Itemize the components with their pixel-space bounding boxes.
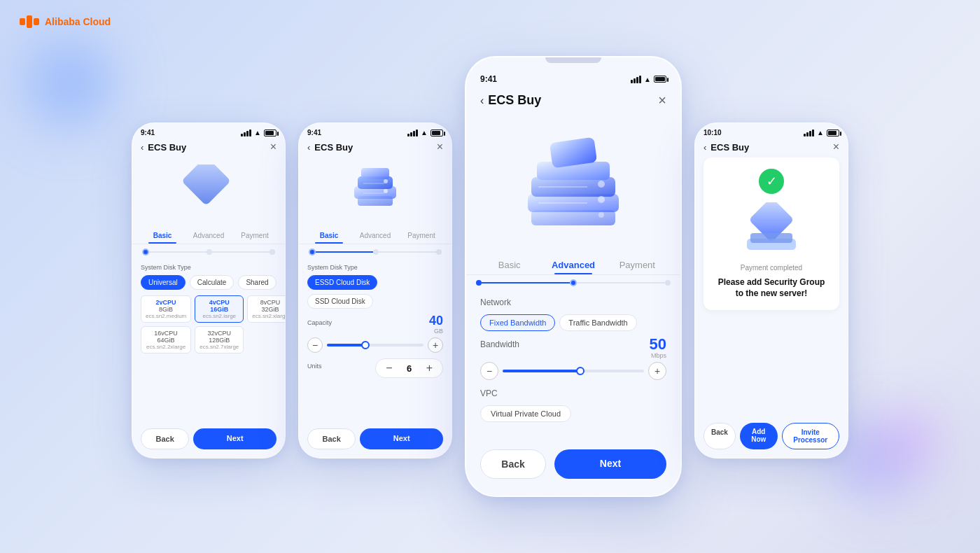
phone3-back-arrow[interactable]: ‹ — [480, 94, 484, 107]
phone1-title: ECS Buy — [148, 142, 270, 153]
phone1-tab-payment[interactable]: Payment — [232, 227, 278, 244]
phone4-back-arrow[interactable]: ‹ — [704, 142, 706, 153]
phone2-capacity-label: Capacity — [307, 319, 332, 326]
phone3-tab-basic[interactable]: Basic — [477, 255, 541, 274]
bandwidth-slider-track[interactable] — [503, 370, 644, 372]
chip-traffic-bw[interactable]: Traffic Bandwidth — [559, 314, 636, 331]
p2-dot-1 — [309, 248, 316, 255]
cpu-32vcpu[interactable]: 32vCPU 128GiB ecs.sn2.7xlarge — [195, 326, 244, 354]
phone-1: 9:41 ▲ ‹ ECS Buy × — [132, 122, 286, 458]
phone2-header: ‹ ECS Buy × — [299, 138, 451, 158]
phone3-tabs: Basic Advanced Payment — [466, 255, 680, 275]
cpu-16vcpu[interactable]: 16vCPU 64GiB ecs.sn2.2xlarge — [141, 326, 191, 354]
phone2-close-btn[interactable]: × — [437, 141, 443, 153]
wifi-icon: ▲ — [254, 129, 261, 136]
phone4-close-btn[interactable]: × — [833, 141, 839, 153]
check-symbol: ✓ — [766, 174, 777, 189]
phone3-bottom-btns: Back Next — [466, 441, 680, 496]
phone4-back-button[interactable]: Back — [704, 423, 736, 449]
phone2-tab-basic[interactable]: Basic — [306, 227, 352, 244]
phone3-content: Network Fixed Bandwidth Traffic Bandwidt… — [466, 290, 680, 429]
vpc-chip[interactable]: Virtual Private Cloud — [480, 405, 571, 422]
svg-point-11 — [384, 189, 388, 193]
p2-dot-2 — [373, 249, 379, 255]
phone4-success-card: ✓ Payment completed Plea — [704, 158, 839, 310]
phone1-disk-label: System Disk Type — [141, 264, 276, 271]
phone3-time: 9:41 — [480, 74, 497, 84]
phone1-tab-basic[interactable]: Basic — [139, 227, 186, 244]
phone2-title: ECS Buy — [314, 142, 436, 153]
phone2-disk-chips: ESSD Cloud Disk SSD Cloud Disk — [307, 275, 443, 309]
p3-dot-2 — [570, 279, 577, 286]
phone1-close-btn[interactable]: × — [270, 141, 276, 153]
phone-2: 9:41 ▲ ‹ ECS Buy × — [298, 122, 452, 458]
wifi-icon-2: ▲ — [421, 129, 428, 136]
phone2-next-button[interactable]: Next — [360, 428, 443, 449]
phone-4: 10:10 ▲ ‹ ECS Buy × ✓ — [694, 122, 848, 458]
phone3-tab-payment[interactable]: Payment — [606, 255, 669, 274]
phone3-next-button[interactable]: Next — [554, 449, 666, 479]
phone2-back-arrow[interactable]: ‹ — [307, 142, 310, 153]
phone2-tab-payment[interactable]: Payment — [398, 227, 444, 244]
chip-shared[interactable]: Shared — [238, 275, 276, 290]
decorative-blob-tl — [28, 42, 112, 126]
units-decrease-btn[interactable]: − — [386, 362, 392, 374]
cpu-4vcpu[interactable]: 4vCPU 16GiB ecs.sn2.large — [195, 295, 244, 323]
cpu-8vcpu[interactable]: 8vCPU 32GiB ecs.sn2.xlarge — [247, 295, 286, 323]
p3-dot-3 — [665, 280, 671, 286]
svg-rect-25 — [750, 233, 792, 243]
phone2-status-icons: ▲ — [407, 129, 443, 136]
capacity-slider-thumb[interactable] — [361, 341, 370, 349]
phone-3: 9:41 ▲ ‹ ECS Buy × — [465, 56, 682, 497]
phone1-back-button[interactable]: Back — [141, 428, 189, 449]
svg-point-22 — [598, 212, 604, 218]
chip-universal[interactable]: Universal — [141, 275, 186, 290]
phone3-tab-advanced[interactable]: Advanced — [541, 255, 605, 274]
phone4-invite-button[interactable]: Invite Processor — [782, 423, 839, 449]
phone2-bottom-btns: Back Next — [299, 423, 451, 458]
battery-icon-3 — [654, 76, 666, 83]
phone3-network-label: Network — [480, 298, 666, 307]
phone4-status-icons: ▲ — [804, 129, 839, 136]
phone2-illustration — [299, 158, 451, 227]
phone2-capacity-header: Capacity 40 GB — [307, 314, 443, 335]
phone3-status-icons: ▲ — [631, 76, 666, 83]
phone1-bottom-btns: Back Next — [132, 423, 285, 458]
phone2-content: System Disk Type ESSD Cloud Disk SSD Clo… — [299, 260, 451, 388]
capacity-decrease-btn[interactable]: − — [307, 337, 323, 353]
units-increase-btn[interactable]: + — [426, 362, 433, 374]
chip-ssd[interactable]: SSD Cloud Disk — [307, 294, 373, 309]
phone3-close-btn[interactable]: × — [658, 92, 666, 108]
phone3-bandwidth-header: Bandwidth 50 Mbps — [480, 337, 666, 359]
phone1-illustration — [132, 158, 285, 227]
bandwidth-increase-btn[interactable]: + — [648, 362, 666, 380]
phone2-capacity-value: 40 — [429, 314, 443, 328]
capacity-increase-btn[interactable]: + — [428, 337, 443, 353]
chip-essd[interactable]: ESSD Cloud Disk — [307, 275, 377, 290]
phone3-bandwidth-value: 50 — [650, 335, 666, 353]
phone1-time: 9:41 — [141, 129, 155, 136]
phone1-tabs: Basic Advanced Payment — [132, 227, 285, 244]
chip-calculate[interactable]: Calculate — [190, 275, 234, 290]
alibaba-cloud-logo: Alibaba Cloud — [20, 15, 111, 28]
phone4-add-now-button[interactable]: Add Now — [740, 423, 778, 449]
phone1-next-button[interactable]: Next — [193, 428, 276, 449]
cpu-2vcpu[interactable]: 2vCPU 8GiB ecs.sn2.medium — [141, 295, 191, 323]
bandwidth-decrease-btn[interactable]: − — [480, 362, 498, 380]
phone1-back-arrow[interactable]: ‹ — [141, 142, 144, 153]
phone3-illustration — [466, 115, 680, 255]
phone2-capacity-section: Capacity 40 GB − + — [307, 314, 443, 353]
phone2-progress — [299, 244, 451, 260]
bandwidth-slider-thumb[interactable] — [576, 367, 584, 375]
phone2-tab-advanced[interactable]: Advanced — [352, 227, 398, 244]
phone3-bandwidth-unit: Mbps — [650, 352, 666, 359]
svg-rect-13 — [531, 210, 615, 225]
capacity-slider-track[interactable] — [327, 344, 424, 346]
phone3-vpc-section: VPC Virtual Private Cloud — [480, 388, 666, 422]
phone1-tab-advanced[interactable]: Advanced — [186, 227, 232, 244]
chip-fixed-bw[interactable]: Fixed Bandwidth — [480, 314, 555, 331]
phone2-back-button[interactable]: Back — [307, 428, 356, 449]
phone3-title: ECS Buy — [488, 93, 658, 108]
phone3-back-button[interactable]: Back — [480, 449, 546, 479]
battery-icon-2 — [430, 130, 443, 136]
